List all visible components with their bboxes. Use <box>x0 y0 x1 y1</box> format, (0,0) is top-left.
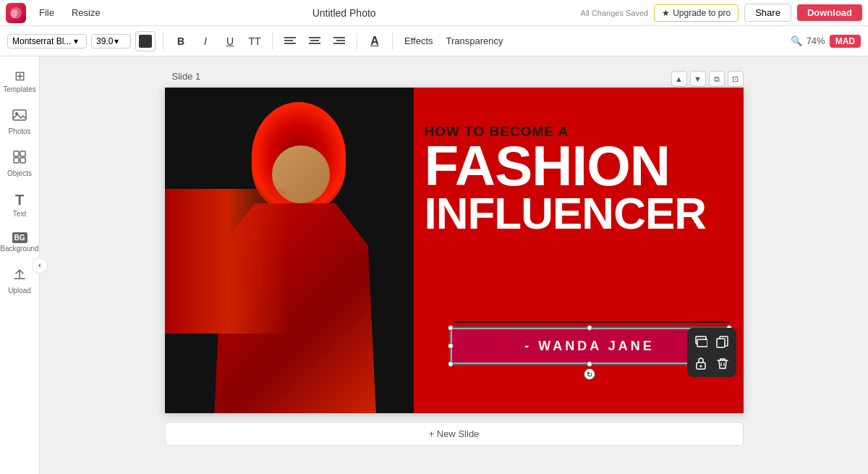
font-family-label: Montserrat Bl... <box>12 36 71 46</box>
handle-mid-left[interactable] <box>448 343 454 349</box>
sidebar-collapse-button[interactable]: ‹ <box>32 258 48 274</box>
align-left-button[interactable] <box>280 31 300 51</box>
nav-menu: File Resize <box>32 4 108 21</box>
top-right-actions: All Changes Saved ★ Upgrade to pro Share… <box>581 4 862 22</box>
sidebar-item-photos[interactable]: Photos <box>2 102 37 141</box>
font-size-selector[interactable]: 39.0 ▾ <box>91 34 131 48</box>
svg-rect-9 <box>333 37 345 38</box>
new-slide-button[interactable]: + New Slide <box>165 422 744 446</box>
photos-icon <box>12 108 27 126</box>
context-delete-button[interactable] <box>713 354 732 373</box>
svg-rect-10 <box>336 40 345 41</box>
svg-rect-2 <box>284 37 296 38</box>
upgrade-label: Upgrade to pro <box>673 8 731 18</box>
divider-1 <box>163 33 163 50</box>
svg-rect-20 <box>717 339 725 347</box>
main-layout: ⊞ Templates Photos Ob <box>0 56 868 474</box>
text-color-a-button[interactable]: A <box>365 31 385 51</box>
bold-button[interactable]: B <box>171 31 191 51</box>
sidebar-item-background[interactable]: BG Background <box>2 227 37 258</box>
objects-label: Objects <box>7 169 32 177</box>
slide-nav-controls: ▲ ▼ ⧉ ⊡ <box>671 71 744 87</box>
resize-menu[interactable]: Resize <box>64 4 108 21</box>
font-size-chevron-icon: ▾ <box>114 36 119 46</box>
italic-button[interactable]: I <box>195 31 216 51</box>
handle-bot-left[interactable] <box>448 361 454 367</box>
share-button[interactable]: Share <box>744 4 791 22</box>
slide-photo-section <box>165 88 414 413</box>
photos-label: Photos <box>8 127 30 135</box>
divider-3 <box>357 33 357 50</box>
background-label: Background <box>0 245 38 253</box>
context-menu <box>687 328 736 377</box>
effects-button[interactable]: Effects <box>400 34 438 48</box>
background-icon: BG <box>12 232 27 243</box>
svg-rect-3 <box>284 40 293 41</box>
align-center-button[interactable] <box>305 31 325 51</box>
font-size-label: 39.0 <box>96 36 113 46</box>
slide-sub-headline2: INFLUENCER <box>425 191 726 236</box>
toolbar: Montserrat Bl... ▾ 39.0 ▾ B I U TT <box>0 26 868 56</box>
text-color-button[interactable] <box>135 31 156 51</box>
context-layer-button[interactable] <box>692 332 710 351</box>
divider-4 <box>392 33 393 50</box>
zoom-level: 74% <box>807 35 825 46</box>
upload-icon <box>12 267 27 285</box>
svg-rect-15 <box>20 151 25 156</box>
upgrade-button[interactable]: ★ Upgrade to pro <box>654 4 739 22</box>
context-menu-row-1 <box>692 332 732 351</box>
slide-text-content: HOW TO BECOME A FASHION INFLUENCER <box>414 109 744 236</box>
svg-rect-17 <box>20 158 25 163</box>
slide-divider <box>454 321 729 323</box>
context-menu-row-2 <box>692 354 732 373</box>
divider-2 <box>272 33 273 50</box>
slide: HOW TO BECOME A FASHION INFLUENCER ↻ <box>165 88 744 413</box>
svg-rect-19 <box>697 339 707 347</box>
slide-label: Slide 1 <box>172 71 744 82</box>
align-right-button[interactable] <box>329 31 349 51</box>
text-icon: T <box>15 192 24 208</box>
svg-rect-11 <box>333 43 345 44</box>
svg-rect-12 <box>13 110 26 120</box>
handle-bot-mid[interactable] <box>587 361 592 367</box>
transparency-button[interactable]: Transparency <box>442 34 508 48</box>
auto-save-status: All Changes Saved <box>581 9 649 17</box>
sidebar-item-text[interactable]: T Text <box>2 186 37 224</box>
zoom-area: 🔍 74% MAD <box>791 35 861 48</box>
templates-label: Templates <box>3 85 36 93</box>
context-copy-button[interactable] <box>713 332 732 351</box>
rotate-handle[interactable]: ↻ <box>584 368 595 380</box>
slide-expand-button[interactable]: ⧉ <box>709 71 725 87</box>
slide-fullscreen-button[interactable]: ⊡ <box>728 71 744 87</box>
handle-top-left[interactable] <box>448 325 454 331</box>
app-logo: @ <box>6 3 26 23</box>
tt-button[interactable]: TT <box>244 31 265 51</box>
svg-rect-14 <box>14 151 19 156</box>
download-button[interactable]: Download <box>797 4 862 21</box>
user-badge: MAD <box>830 35 861 48</box>
top-nav: @ File Resize Untitled Photo All Changes… <box>0 0 868 26</box>
underline-button[interactable]: U <box>220 31 240 51</box>
slide-up-arrow[interactable]: ▲ <box>671 71 687 87</box>
context-lock-button[interactable] <box>692 354 710 373</box>
svg-point-22 <box>699 365 702 368</box>
zoom-icon: 🔍 <box>791 35 802 46</box>
font-family-selector[interactable]: Montserrat Bl... ▾ <box>7 34 87 48</box>
upload-label: Upload <box>8 287 31 295</box>
sidebar-item-objects[interactable]: Objects <box>2 144 37 183</box>
svg-rect-8 <box>309 43 320 44</box>
canvas-area: Slide 1 ▲ ▼ ⧉ ⊡ <box>40 56 868 474</box>
text-label: Text <box>13 210 26 218</box>
doc-title[interactable]: Untitled Photo <box>114 7 575 19</box>
slide-main-headline: FASHION <box>425 140 726 191</box>
file-menu[interactable]: File <box>32 4 61 21</box>
handle-top-mid[interactable] <box>587 325 592 331</box>
objects-icon <box>12 150 27 168</box>
templates-icon: ⊞ <box>14 68 25 84</box>
slide-down-arrow[interactable]: ▼ <box>690 71 706 87</box>
sidebar-item-templates[interactable]: ⊞ Templates <box>2 62 37 99</box>
svg-rect-7 <box>310 40 319 41</box>
svg-rect-6 <box>309 37 320 38</box>
svg-rect-4 <box>284 43 296 44</box>
svg-text:@: @ <box>11 9 18 17</box>
